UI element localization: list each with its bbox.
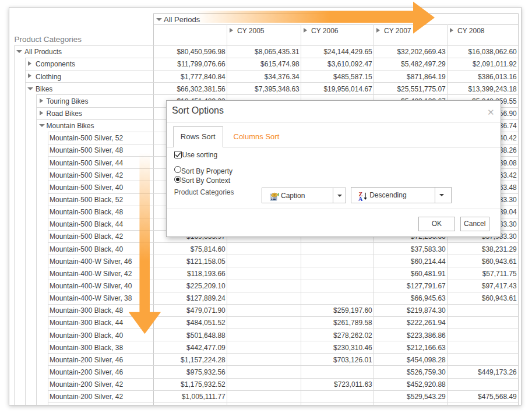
svg-text:A: A xyxy=(358,196,363,202)
